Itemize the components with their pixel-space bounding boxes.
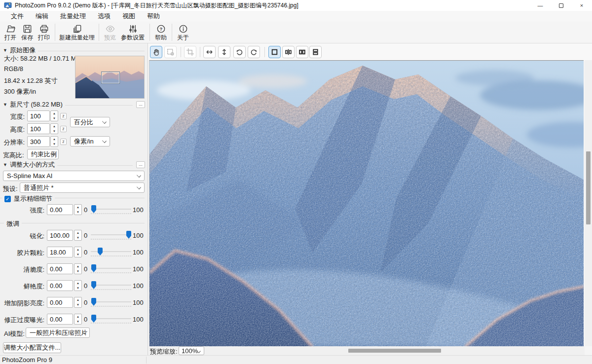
fine-detail-checkbox[interactable]: ✓ <box>4 196 11 202</box>
width-spinner[interactable]: ▲▼ <box>50 110 58 121</box>
film-grain-slider[interactable] <box>91 247 131 257</box>
ai-model-select[interactable]: 一般照片和压缩照片 <box>26 328 90 338</box>
aspect-select[interactable]: 约束比例 <box>27 149 59 159</box>
shadow-brightness-input[interactable] <box>47 297 73 308</box>
height-spinner[interactable]: ▲▼ <box>50 123 58 134</box>
sharpness-input[interactable] <box>47 230 73 241</box>
print-button[interactable]: 打印 <box>36 22 52 43</box>
resolution-reset-button[interactable]: z <box>60 139 67 145</box>
original-dimensions: 18.42 x 12.28 英寸 <box>4 76 57 85</box>
size-unit-select[interactable]: 百分比 <box>70 117 110 127</box>
menu-file[interactable]: 文件 <box>5 11 30 22</box>
navigator-thumbnail[interactable] <box>75 56 145 99</box>
sharpness-row: 锐化: ▲▼ 0 100 <box>0 230 148 241</box>
slider-thumb[interactable] <box>91 264 96 272</box>
method-section-header[interactable]: ▼ 调整大小的方式 <box>3 161 133 169</box>
menu-options[interactable]: 选项 <box>92 11 116 22</box>
overexposure-slider[interactable] <box>91 314 131 325</box>
about-button[interactable]: 关于 <box>175 22 191 43</box>
menu-help[interactable]: 帮助 <box>141 11 166 22</box>
help-button[interactable]: ? 帮助 <box>152 22 169 43</box>
shadow-brightness-spinner[interactable]: ▲▼ <box>74 297 82 308</box>
menu-view[interactable]: 视图 <box>116 11 141 22</box>
width-input[interactable] <box>27 110 50 121</box>
preview-bottom-bar: 预览缩放: 100% <box>148 346 585 355</box>
toolbar-separator <box>99 24 99 41</box>
sharpness-spinner[interactable]: ▲▼ <box>74 230 82 241</box>
crispness-spinner[interactable]: ▲▼ <box>74 263 82 274</box>
vertical-scrollbar-thumb[interactable] <box>586 151 591 224</box>
vertical-scrollbar[interactable] <box>585 60 592 346</box>
sharpness-slider[interactable] <box>91 230 131 241</box>
width-reset-button[interactable]: z <box>60 113 67 119</box>
resolution-input[interactable] <box>27 136 50 147</box>
preset-select[interactable]: 普通照片 * <box>20 182 145 193</box>
view-side-by-side-button[interactable] <box>296 46 308 58</box>
crispness-slider[interactable] <box>91 263 131 274</box>
film-grain-spinner[interactable]: ▲▼ <box>74 247 82 257</box>
slider-thumb[interactable] <box>91 298 96 306</box>
horizontal-scrollbar-thumb[interactable] <box>348 349 441 353</box>
view-single-button[interactable] <box>268 46 281 58</box>
height-input[interactable] <box>27 123 50 134</box>
flip-horizontal-icon <box>205 48 214 56</box>
vividness-input[interactable] <box>47 280 73 291</box>
maximize-button[interactable] <box>551 0 571 11</box>
overexposure-spinner[interactable]: ▲▼ <box>74 314 82 325</box>
new-size-section-header[interactable]: ▼ 新尺寸 (58.22 MB) <box>3 101 133 109</box>
vividness-spinner[interactable]: ▲▼ <box>74 280 82 291</box>
flip-vertical-button[interactable] <box>218 46 230 58</box>
marquee-icon <box>166 48 175 56</box>
preview-zoom-select[interactable]: 100% <box>179 346 204 355</box>
shadow-brightness-row: 增加阴影亮度: ▲▼ 0 100 <box>0 297 148 308</box>
view-stacked-button[interactable] <box>309 46 322 58</box>
strength-slider[interactable] <box>91 204 131 215</box>
collapse-triangle-icon: ▼ <box>3 102 7 107</box>
preview-toolbar <box>148 43 592 60</box>
crispness-input[interactable] <box>47 263 73 274</box>
slider-thumb[interactable] <box>91 281 96 289</box>
titlebar: PhotoZoom Pro 9.0.2 (Demo 版本) - [千库网_冬日旅… <box>0 0 592 11</box>
film-grain-input[interactable] <box>47 247 73 257</box>
strength-spinner[interactable]: ▲▼ <box>74 204 82 215</box>
rotate-cw-button[interactable] <box>248 46 260 58</box>
resize-profiles-button[interactable]: 调整大小配置文件... <box>3 342 61 353</box>
original-section-header[interactable]: ▼ 原始图像 <box>3 46 145 54</box>
main-toolbar: 打开 保存 打印 新建批量处理 预览 参数设置 ? 帮助 <box>0 22 592 43</box>
height-label: 高度: <box>0 125 25 134</box>
shadow-brightness-slider[interactable] <box>91 297 131 308</box>
height-reset-button[interactable]: z <box>60 126 67 132</box>
toolbar-separator <box>172 24 172 41</box>
split-view-icon <box>284 48 293 56</box>
close-button[interactable]: × <box>571 0 592 11</box>
new-size-more-button[interactable]: ... <box>136 101 145 108</box>
method-more-button[interactable]: ... <box>136 161 145 168</box>
save-button[interactable]: 保存 <box>19 22 36 43</box>
strength-input[interactable] <box>47 204 73 215</box>
slider-thumb[interactable] <box>98 248 103 255</box>
menu-batch[interactable]: 批量处理 <box>54 11 92 22</box>
resolution-spinner[interactable]: ▲▼ <box>50 136 58 147</box>
resolution-unit-select[interactable]: 像素/in <box>70 136 110 146</box>
overexposure-input[interactable] <box>47 314 73 325</box>
minimize-button[interactable]: — <box>530 0 551 11</box>
slider-thumb[interactable] <box>126 231 131 239</box>
rotate-ccw-button[interactable] <box>233 46 246 58</box>
navigator-selection-rect[interactable] <box>102 72 119 83</box>
stacked-view-icon <box>311 48 320 56</box>
view-split-button[interactable] <box>282 46 295 58</box>
algorithm-select[interactable]: S-Spline Max AI <box>3 171 145 181</box>
new-batch-button[interactable]: 新建批量处理 <box>58 22 96 43</box>
original-color-mode: RGB/8 <box>4 65 23 73</box>
slider-thumb[interactable] <box>91 315 96 323</box>
menu-edit[interactable]: 编辑 <box>30 11 54 22</box>
vividness-slider[interactable] <box>91 280 131 291</box>
single-view-icon <box>270 48 279 56</box>
hand-tool-button[interactable] <box>150 46 162 58</box>
preview-image[interactable] <box>149 60 584 346</box>
open-button[interactable]: 打开 <box>2 22 19 43</box>
slider-thumb[interactable] <box>91 205 96 213</box>
strength-label: 强度: <box>0 206 44 215</box>
flip-horizontal-button[interactable] <box>203 46 216 58</box>
settings-button[interactable]: 参数设置 <box>118 22 147 43</box>
